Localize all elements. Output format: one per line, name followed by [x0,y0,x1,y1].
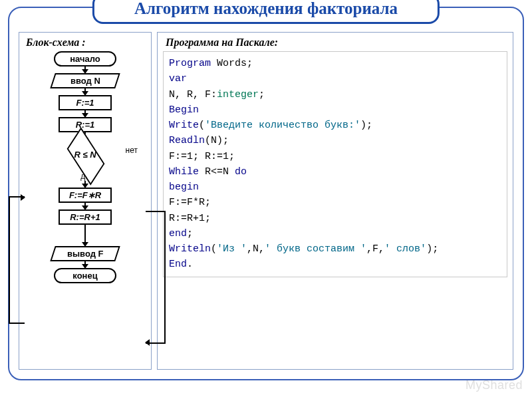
str: 'Из ' [217,243,247,255]
fc-start: начало [54,51,116,66]
txt: ; [259,89,265,100]
code-line: Begin [169,102,501,118]
flowchart-panel: Блок-схема : начало ввод N F:=1 R:=1 R ≤… [19,32,152,370]
fc-decision: R ≤ N нет [55,142,115,171]
code-line: F:=F*R; [169,195,501,210]
loop-back-line [9,196,25,324]
txt: ( [199,120,205,131]
arrow-icon [84,110,86,117]
txt: N, R, F: [169,89,217,100]
fc-input: ввод N [50,73,120,88]
arrow-icon [84,261,86,268]
code-block: Program Words; var N, R, F:integer; Begi… [163,51,507,277]
code-line: Writeln('Из ',N,' букв составим ',F,' сл… [169,241,501,257]
str: ' букв составим ' [265,243,366,255]
txt: ); [426,243,438,255]
txt: R:=R+1; [169,213,211,224]
code-line: Write('Введите количество букв:'); [169,118,501,133]
content-columns: Блок-схема : начало ввод N F:=1 R:=1 R ≤… [19,32,513,370]
fc-proc-2: R:=1 [59,117,112,132]
arrow-icon [84,66,86,73]
txt: . [187,259,193,270]
code-title: Программа на Паскале: [163,37,507,51]
txt: R<=N [199,166,235,178]
code-line: Readln(N); [169,133,501,148]
kw: Writeln [169,243,211,255]
arrow-icon [84,88,86,95]
str: ' слов' [384,243,426,255]
flowchart: начало ввод N F:=1 R:=1 R ≤ N нет да F:=… [23,51,147,283]
kw: do [235,166,247,178]
fc-input-label: ввод N [70,76,100,86]
code-line: F:=1; R:=1; [169,149,501,164]
txt: F:=1; R:=1; [169,151,235,162]
txt: ,N, [247,243,265,255]
fc-end: конец [54,268,116,283]
kw: end [169,228,187,239]
kw: Readln [169,135,205,146]
arrow-icon [84,181,86,188]
type: integer [217,89,259,100]
txt: ,F, [366,243,384,255]
fc-decision-label: R ≤ N [55,150,115,160]
kw: End [169,259,187,270]
loop-exit-line [146,211,166,344]
kw: var [169,73,187,84]
code-line: begin [169,180,501,195]
fc-proc-4: R:=R+1 [59,209,112,225]
str: 'Введите количество букв:' [205,120,360,131]
txt: Words; [211,58,253,69]
kw: While [169,166,199,178]
txt: ; [187,228,193,239]
code-line: var [169,71,501,86]
slide-frame: Алгоритм нахождения факториала Блок-схем… [8,7,524,380]
txt: (N); [205,135,229,146]
code-line: end; [169,226,501,241]
slide-title: Алгоритм нахождения факториала [92,0,440,24]
kw: Begin [169,104,199,116]
code-panel: Программа на Паскале: Program Words; var… [157,32,513,370]
fc-proc-1: F:=1 [59,95,112,110]
code-line: N, R, F:integer; [169,87,501,102]
fc-output-label: вывод F [67,249,104,259]
fc-no-label: нет [126,146,138,155]
code-line: R:=R+1; [169,211,501,226]
kw: Program [169,58,211,69]
code-line: While R<=N do [169,164,501,180]
arrow-icon [84,225,86,246]
arrow-icon [84,203,86,209]
kw: begin [169,182,199,193]
fc-proc-3: F:=F∗R [59,188,112,203]
watermark: MyShared [466,378,523,392]
kw: Write [169,120,199,131]
code-line: Program Words; [169,56,501,71]
txt: ( [211,243,217,255]
txt: F:=F*R; [169,197,211,208]
txt: ); [360,120,372,131]
code-line: End. [169,257,501,272]
fc-output: вывод F [50,246,120,261]
flowchart-title: Блок-схема : [23,37,147,51]
